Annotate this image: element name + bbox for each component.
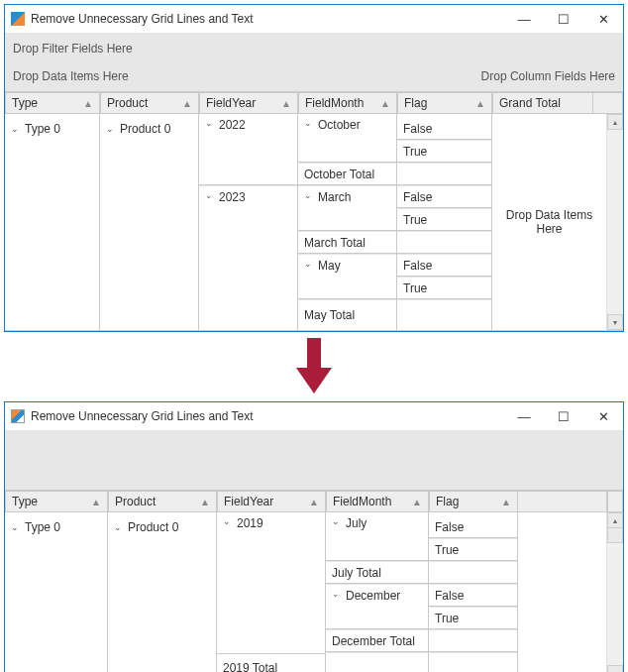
column-headers: Type▲ Product▲ FieldYear▲ FieldMonth▲ Fl… xyxy=(5,491,623,512)
transition-arrow xyxy=(4,332,624,401)
row-product0[interactable]: ⌄Product 0 xyxy=(108,512,216,538)
col-flag: False True False True False True xyxy=(397,114,492,331)
column-headers: Type▲ Product▲ FieldYear▲ FieldMonth▲ Fl… xyxy=(5,92,623,114)
row-flag-false: False xyxy=(429,584,517,607)
chevron-down-icon: ⌄ xyxy=(304,190,314,200)
col-month: ⌄July July Total ⌄December December Tota… xyxy=(326,512,429,672)
sort-asc-icon: ▲ xyxy=(83,98,93,109)
scroll-thumb[interactable] xyxy=(607,528,623,543)
pivot-grid: ⌄Type 0 ⌄Product 0 ⌄2019 2019 Total ⌄Jul… xyxy=(5,512,623,672)
sort-asc-icon: ▲ xyxy=(501,497,511,507)
col-month: ⌄October October Total ⌄March March Tota… xyxy=(298,114,397,331)
close-button[interactable]: ✕ xyxy=(583,5,623,33)
row-year-2022[interactable]: ⌄2022 xyxy=(199,114,297,185)
row-flag-empty xyxy=(429,629,517,652)
window-title: Remove Unnecessary Grid Lines and Text xyxy=(31,409,504,423)
row-december-total: December Total xyxy=(326,629,428,652)
maximize-button[interactable]: ☐ xyxy=(544,5,583,33)
row-march-total: March Total xyxy=(298,231,396,254)
sort-asc-icon: ▲ xyxy=(182,98,192,109)
chevron-down-icon: ⌄ xyxy=(11,522,21,532)
header-fieldmonth[interactable]: FieldMonth▲ xyxy=(326,491,429,512)
header-spacer xyxy=(518,491,607,512)
scroll-up-icon[interactable]: ▴ xyxy=(607,114,623,130)
row-month-march[interactable]: ⌄March xyxy=(298,185,396,231)
window-buttons: — ☐ ✕ xyxy=(504,402,623,430)
col-type: ⌄Type 0 xyxy=(5,512,108,672)
header-product[interactable]: Product▲ xyxy=(100,92,199,114)
row-flag-false: False xyxy=(397,254,491,277)
fields-drop-area[interactable]: Drop Filter Fields Here Drop Data Items … xyxy=(5,34,623,92)
chevron-down-icon: ⌄ xyxy=(205,190,215,200)
row-flag-false: False xyxy=(397,185,491,208)
header-spacer xyxy=(593,92,623,114)
window-after: Remove Unnecessary Grid Lines and Text —… xyxy=(4,401,624,672)
header-flag[interactable]: Flag▲ xyxy=(429,491,518,512)
drop-data-label: Drop Data Items Here xyxy=(13,69,129,83)
row-month-may[interactable]: ⌄May xyxy=(298,254,396,299)
row-flag-empty xyxy=(397,163,491,185)
header-fieldyear[interactable]: FieldYear▲ xyxy=(217,491,326,512)
row-month-july[interactable]: ⌄July xyxy=(326,512,428,561)
header-flag[interactable]: Flag▲ xyxy=(397,92,492,114)
row-month-december[interactable]: ⌄December xyxy=(326,584,428,629)
app-icon xyxy=(11,12,25,26)
row-july-total: July Total xyxy=(326,561,428,584)
drop-filter-label: Drop Filter Fields Here xyxy=(13,42,615,56)
scroll-down-icon[interactable]: ▾ xyxy=(607,665,623,672)
app-icon xyxy=(11,409,25,423)
row-type0[interactable]: ⌄Type 0 xyxy=(5,114,99,140)
row-flag-true: True xyxy=(429,607,517,629)
header-fieldmonth[interactable]: FieldMonth▲ xyxy=(298,92,397,114)
header-fieldyear[interactable]: FieldYear▲ xyxy=(199,92,298,114)
row-2019-total: 2019 Total xyxy=(217,653,325,672)
header-type[interactable]: Type▲ xyxy=(5,92,100,114)
row-may-total: May Total xyxy=(298,299,396,330)
header-type[interactable]: Type▲ xyxy=(5,491,108,512)
row-flag-empty xyxy=(429,652,517,672)
row-flag-true: True xyxy=(397,277,491,299)
row-type0[interactable]: ⌄Type 0 xyxy=(5,512,107,538)
row-flag-true: True xyxy=(397,140,491,163)
chevron-down-icon: ⌄ xyxy=(106,124,116,134)
fields-drop-area[interactable] xyxy=(5,431,623,491)
window-title: Remove Unnecessary Grid Lines and Text xyxy=(31,12,504,26)
row-flag-false: False xyxy=(397,114,491,140)
row-product0[interactable]: ⌄Product 0 xyxy=(100,114,198,140)
header-grand-total[interactable]: Grand Total xyxy=(492,92,593,114)
sort-asc-icon: ▲ xyxy=(412,497,422,507)
header-scroll-spacer xyxy=(607,491,623,512)
data-drop-label: Drop Data Items Here xyxy=(502,208,596,236)
sort-asc-icon: ▲ xyxy=(475,98,485,109)
header-product[interactable]: Product▲ xyxy=(108,491,217,512)
chevron-down-icon: ⌄ xyxy=(114,522,124,532)
titlebar: Remove Unnecessary Grid Lines and Text —… xyxy=(5,402,623,431)
drop-columns-label: Drop Column Fields Here xyxy=(481,69,615,83)
minimize-button[interactable]: — xyxy=(504,402,544,430)
arrow-down-icon xyxy=(296,368,332,393)
chevron-down-icon: ⌄ xyxy=(11,124,21,134)
row-month-october[interactable]: ⌄October xyxy=(298,114,396,163)
chevron-down-icon: ⌄ xyxy=(304,259,314,269)
data-drop-area[interactable]: Drop Data Items Here xyxy=(492,114,606,331)
chevron-down-icon: ⌄ xyxy=(332,589,342,599)
pivot-grid: ⌄Type 0 ⌄Product 0 ⌄2022 ⌄2023 ⌄October … xyxy=(5,114,623,331)
row-october-total: October Total xyxy=(298,163,396,185)
row-flag-empty xyxy=(429,561,517,584)
chevron-down-icon: ⌄ xyxy=(332,516,342,526)
row-year-2019[interactable]: ⌄2019 xyxy=(217,512,325,653)
row-flag-empty xyxy=(397,299,491,330)
vertical-scrollbar[interactable]: ▴ ▾ xyxy=(606,512,623,672)
titlebar: Remove Unnecessary Grid Lines and Text —… xyxy=(5,5,623,34)
scroll-down-icon[interactable]: ▾ xyxy=(607,314,623,330)
sort-asc-icon: ▲ xyxy=(380,98,390,109)
vertical-scrollbar[interactable]: ▴ ▾ xyxy=(606,114,623,331)
window-buttons: — ☐ ✕ xyxy=(504,5,623,33)
row-year-2023[interactable]: ⌄2023 xyxy=(199,185,297,307)
sort-asc-icon: ▲ xyxy=(281,98,291,109)
scroll-up-icon[interactable]: ▴ xyxy=(607,512,623,528)
minimize-button[interactable]: — xyxy=(504,5,544,33)
chevron-down-icon: ⌄ xyxy=(223,516,233,526)
maximize-button[interactable]: ☐ xyxy=(544,402,583,430)
close-button[interactable]: ✕ xyxy=(583,402,623,430)
